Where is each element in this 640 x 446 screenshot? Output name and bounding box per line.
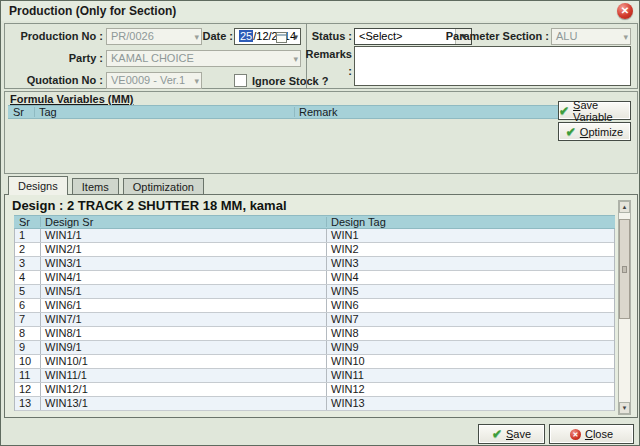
tab-optimization[interactable]: Optimization: [123, 178, 204, 195]
cell-design-tag: WIN8: [327, 327, 614, 340]
remarks-textarea[interactable]: [354, 46, 631, 86]
cell-sr: 1: [15, 229, 41, 242]
cell-sr: 4: [15, 271, 41, 284]
scrollbar-thumb[interactable]: [619, 219, 630, 319]
table-row[interactable]: 9WIN9/1WIN9: [15, 341, 614, 355]
cell-design-tag: WIN1: [327, 229, 614, 242]
table-row[interactable]: 10WIN10/1WIN10: [15, 355, 614, 369]
table-row[interactable]: 13WIN13/1WIN13: [15, 397, 614, 411]
tab-strip: Designs Items Optimization: [8, 176, 204, 195]
calendar-icon[interactable]: [276, 32, 287, 43]
cell-design-tag: WIN2: [327, 243, 614, 256]
column-separator: [34, 107, 35, 117]
cell-design-tag: WIN11: [327, 369, 614, 382]
design-col-design-tag: Design Tag: [331, 216, 386, 229]
cell-design-sr: WIN1/1: [41, 229, 327, 242]
status-label: Status :: [309, 28, 352, 45]
vertical-scrollbar[interactable]: ▲ ▼: [618, 200, 631, 415]
design-table-body: 1WIN1/1WIN12WIN2/1WIN23WIN3/1WIN34WIN4/1…: [14, 229, 615, 411]
table-row[interactable]: 12WIN12/1WIN12: [15, 383, 614, 397]
design-table-header: Sr Design Sr Design Tag: [14, 215, 615, 229]
date-label: Date :: [201, 28, 233, 45]
save-button-label: Save: [506, 428, 531, 440]
cell-design-sr: WIN5/1: [41, 285, 327, 298]
table-row[interactable]: 2WIN2/1WIN2: [15, 243, 614, 257]
table-row[interactable]: 7WIN7/1WIN7: [15, 313, 614, 327]
tab-designs[interactable]: Designs: [8, 176, 68, 195]
cell-design-tag: WIN7: [327, 313, 614, 326]
formula-table-body: [8, 119, 559, 170]
formula-table-header: Sr Tag Remark: [8, 105, 559, 119]
status-value: <Select>: [359, 30, 402, 42]
optimize-button[interactable]: ✔ Optimize: [558, 122, 631, 141]
quotation-no-combo[interactable]: VE0009 - Ver.1 ▾: [106, 72, 202, 89]
cell-sr: 3: [15, 257, 41, 270]
cell-design-tag: WIN10: [327, 355, 614, 368]
cell-design-tag: WIN12: [327, 383, 614, 396]
date-rest: /12/2014: [253, 30, 296, 42]
table-row[interactable]: 4WIN4/1WIN4: [15, 271, 614, 285]
close-icon: ✕: [570, 429, 581, 440]
design-col-design-sr: Design Sr: [45, 216, 93, 229]
table-row[interactable]: 11WIN11/1WIN11: [15, 369, 614, 383]
column-separator: [40, 217, 41, 227]
quotation-no-label: Quotation No :: [7, 72, 103, 89]
cell-design-tag: WIN3: [327, 257, 614, 270]
cell-sr: 7: [15, 313, 41, 326]
cell-design-tag: WIN4: [327, 271, 614, 284]
cell-design-sr: WIN8/1: [41, 327, 327, 340]
cell-sr: 11: [15, 369, 41, 382]
ignore-stock-checkbox[interactable]: [234, 74, 247, 87]
window-close-icon[interactable]: ✕: [617, 3, 633, 19]
header-form-panel: Production No : PR/0026 ▾ Date : 25/12/2…: [4, 23, 638, 89]
cell-design-sr: WIN9/1: [41, 341, 327, 354]
cell-sr: 2: [15, 243, 41, 256]
cell-design-sr: WIN7/1: [41, 313, 327, 326]
table-row[interactable]: 8WIN8/1WIN8: [15, 327, 614, 341]
cell-design-tag: WIN9: [327, 341, 614, 354]
party-combo[interactable]: KAMAL CHOICE ▾: [106, 50, 301, 67]
save-button[interactable]: ✔ Save: [478, 424, 545, 444]
quotation-no-value: VE0009 - Ver.1: [111, 74, 185, 86]
table-row[interactable]: 1WIN1/1WIN1: [15, 229, 614, 243]
cell-sr: 6: [15, 299, 41, 312]
check-icon: ✔: [492, 429, 502, 439]
date-picker[interactable]: 25/12/2014 ▾: [234, 28, 301, 45]
cell-sr: 5: [15, 285, 41, 298]
formula-variables-panel: Formula Variables (MM) Sr Tag Remark ✔ S…: [4, 91, 638, 174]
scroll-up-icon[interactable]: ▲: [619, 201, 630, 213]
cell-design-sr: WIN3/1: [41, 257, 327, 270]
tab-items[interactable]: Items: [72, 178, 119, 195]
column-separator: [326, 217, 327, 227]
close-button[interactable]: ✕ Close: [549, 424, 634, 444]
scroll-down-icon[interactable]: ▼: [619, 402, 630, 414]
parameter-section-value: ALU: [556, 30, 577, 42]
party-label: Party :: [7, 50, 103, 67]
window-title: Production (Only for Section): [9, 4, 176, 18]
save-variable-button[interactable]: ✔ Save Variable: [558, 101, 631, 120]
designs-tab-panel: Design : 2 TRACK 2 SHUTTER 18 MM, kamal …: [4, 194, 638, 418]
production-window: Production (Only for Section) ✕ Producti…: [0, 0, 640, 446]
cell-design-sr: WIN2/1: [41, 243, 327, 256]
parameter-section-combo[interactable]: ALU ▾: [551, 28, 631, 45]
cell-sr: 8: [15, 327, 41, 340]
cell-design-sr: WIN12/1: [41, 383, 327, 396]
production-no-combo[interactable]: PR/0026 ▾: [106, 28, 202, 45]
table-row[interactable]: 6WIN6/1WIN6: [15, 299, 614, 313]
cell-design-tag: WIN6: [327, 299, 614, 312]
chevron-down-icon: ▾: [293, 52, 298, 67]
cell-design-sr: WIN4/1: [41, 271, 327, 284]
formula-variables-heading: Formula Variables (MM): [10, 93, 133, 105]
party-value: KAMAL CHOICE: [111, 52, 194, 64]
table-row[interactable]: 5WIN5/1WIN5: [15, 285, 614, 299]
table-row[interactable]: 3WIN3/1WIN3: [15, 257, 614, 271]
chevron-down-icon: ▾: [194, 30, 199, 45]
chevron-down-icon[interactable]: ▾: [293, 30, 298, 45]
cell-design-sr: WIN6/1: [41, 299, 327, 312]
title-bar: Production (Only for Section) ✕: [1, 1, 639, 21]
design-col-sr: Sr: [19, 216, 30, 229]
optimize-label: Optimize: [580, 126, 623, 138]
formula-col-remark: Remark: [299, 106, 338, 119]
cell-sr: 9: [15, 341, 41, 354]
scrollbar-track[interactable]: [619, 213, 630, 402]
